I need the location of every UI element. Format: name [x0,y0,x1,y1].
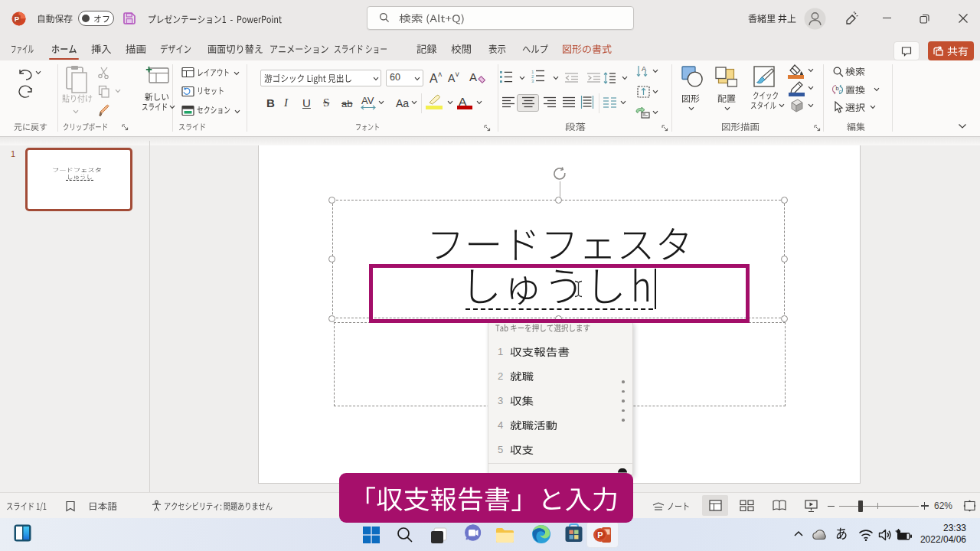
svg-text:P: P [15,15,20,23]
svg-text:P: P [597,530,603,540]
svg-text:3: 3 [531,79,534,83]
